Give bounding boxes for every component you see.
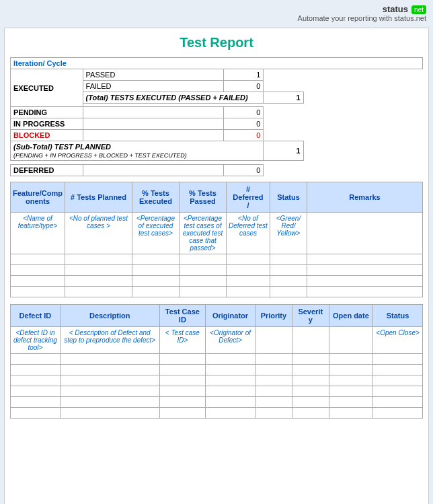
summary-table: Iteration/ Cycle EXECUTED PASSED 1 FAILE…	[10, 57, 423, 176]
feature-col-header-7: Remarks	[307, 182, 422, 213]
feature-empty-row-1	[11, 254, 423, 265]
defect-col-header-8: Status	[373, 305, 423, 327]
feature-col-header-2: # Tests Planned	[65, 182, 132, 213]
blocked-value: 0	[224, 130, 264, 141]
feature-col-header-5: #Deferred/	[226, 182, 270, 213]
executed-label: EXECUTED	[11, 69, 83, 107]
defect-col-header-2: Description	[60, 305, 159, 327]
subtotal-label: (Sub-Total) TEST PLANNED (PENDING + IN P…	[11, 141, 264, 161]
defect-col-header-6: Severity	[292, 305, 329, 327]
page-container: Test Report Iteration/ Cycle EXECUTED PA…	[4, 28, 429, 504]
deferred-value: 0	[224, 165, 264, 176]
defect-empty-row-3	[11, 375, 423, 386]
report-title: Test Report	[10, 35, 423, 50]
deferred-label: DEFERRED	[11, 165, 83, 176]
inprogress-label: IN PROGRESS	[11, 118, 83, 130]
defect-col-header-1: Defect ID	[11, 305, 61, 327]
defect-placeholder-row: <Defect ID in defect tracking tool> < De…	[11, 327, 423, 354]
pending-value: 0	[224, 107, 264, 118]
brand-name: status	[383, 4, 408, 14]
feature-col-header-3: % TestsExecuted	[132, 182, 179, 213]
defect-col-header-4: Originator	[206, 305, 255, 327]
feature-placeholder-row: <Name of feature/type> <No of planned te…	[11, 213, 423, 254]
feature-empty-row-2	[11, 265, 423, 276]
subtotal-value: 1	[264, 141, 303, 161]
blocked-label: BLOCKED	[11, 130, 83, 141]
failed-label: FAILED	[83, 81, 224, 92]
defect-col-header-5: Priority	[255, 305, 292, 327]
total-value: 1	[264, 92, 303, 104]
defect-col-header-7: Open date	[329, 305, 372, 327]
inprogress-value: 0	[224, 118, 264, 130]
feature-table: Feature/Components # Tests Planned % Tes…	[10, 182, 423, 297]
defect-empty-row-5	[11, 397, 423, 408]
defect-table: Defect ID Description Test CaseID Origin…	[10, 304, 423, 419]
passed-value: 1	[224, 69, 264, 81]
defect-empty-row-1	[11, 354, 423, 365]
feature-empty-row-4	[11, 287, 423, 297]
defect-col-header-3: Test CaseID	[159, 305, 206, 327]
brand-tagline: Automate your reporting with status.net	[7, 14, 426, 22]
total-label: (Total) TESTS EXECUTED (PASSED + FAILED)	[83, 92, 264, 104]
pending-label: PENDING	[11, 107, 83, 118]
feature-empty-row-3	[11, 276, 423, 287]
defect-empty-row-6	[11, 408, 423, 419]
brand-badge: net	[411, 5, 426, 14]
feature-col-header-1: Feature/Components	[11, 182, 65, 213]
passed-label: PASSED	[83, 69, 224, 81]
failed-value: 0	[224, 81, 264, 92]
defect-empty-row-2	[11, 365, 423, 375]
feature-col-header-4: % TestsPassed	[179, 182, 226, 213]
top-bar: status net Automate your reporting with …	[0, 0, 433, 25]
defect-empty-row-4	[11, 386, 423, 397]
feature-col-header-6: Status	[270, 182, 307, 213]
iteration-header: Iteration/ Cycle	[11, 58, 423, 69]
